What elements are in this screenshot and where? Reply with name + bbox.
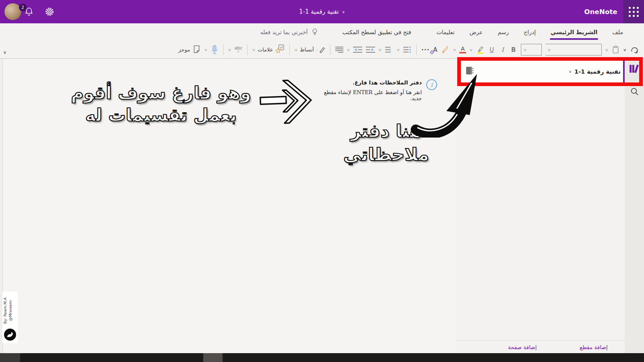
- watermark-byline: By: Reem.M.A: [3, 297, 7, 324]
- spelling-button[interactable]: abc ✓: [234, 46, 242, 53]
- notebook-title-dropdown[interactable]: تقنية رقمية 1-1 ∨: [0, 0, 644, 23]
- chevron-down-icon: ∨: [342, 10, 345, 14]
- tags-button[interactable]: علامات ∨: [252, 44, 285, 55]
- svg-text:A: A: [316, 45, 317, 52]
- hand-drawn-right-arrow: [259, 78, 314, 126]
- font-name-combobox[interactable]: ∨: [545, 44, 602, 56]
- add-section-button[interactable]: إضافة مقطع: [580, 344, 608, 350]
- tags-chevron: ∨: [252, 48, 256, 52]
- paste-icon[interactable]: [611, 45, 620, 54]
- format-painter-icon[interactable]: [441, 45, 450, 54]
- font-color-chevron[interactable]: ∨: [452, 48, 456, 52]
- collapse-ribbon-chevron[interactable]: ∨: [3, 50, 6, 55]
- tab-insert[interactable]: إدراج: [524, 23, 536, 41]
- watermark-handle: @Mrsreem: [8, 300, 12, 321]
- svg-text:3: 3: [389, 51, 391, 53]
- hand-drawn-curved-arrow: [409, 69, 485, 138]
- undo-icon[interactable]: [630, 45, 639, 54]
- styles-a-pen-icon: A: [316, 45, 325, 55]
- author-watermark: By: Reem.M.A @Mrsreem: [2, 292, 18, 343]
- underline-button[interactable]: U: [488, 46, 495, 53]
- bottom-black-bar: [0, 353, 644, 362]
- feed-page-icon: [192, 45, 201, 55]
- toolbar-divider: [247, 44, 248, 55]
- annotation-empty-note: وهو فارغ سوف أقوم بعمل تقسيمات له: [64, 82, 258, 126]
- font-size-combobox[interactable]: ∨: [521, 44, 542, 56]
- tab-draw[interactable]: رسم: [497, 23, 509, 41]
- highlighter-chevron[interactable]: ∨: [469, 48, 473, 52]
- tab-file[interactable]: ملف: [612, 23, 623, 41]
- app-name[interactable]: OneNote: [584, 0, 617, 23]
- open-in-desktop-button[interactable]: فتح في تطبيق لسطح المكتب: [343, 23, 411, 41]
- bottom-bar-segment: [203, 353, 223, 362]
- sidebar-notebook-title: تقنية رقمية 1-1: [574, 68, 621, 75]
- tab-help[interactable]: تعليمات: [436, 23, 454, 41]
- tell-me-button[interactable]: أخبرني بما تريد فعله: [260, 23, 318, 41]
- styles-chevron: ∨: [294, 48, 298, 52]
- styles-button[interactable]: A أنساط ∨: [295, 45, 325, 55]
- notebook-accent-divider: [623, 60, 625, 82]
- search-icon[interactable]: [630, 87, 639, 98]
- numbered-list-icon[interactable]: 123: [385, 46, 393, 53]
- toolbar-divider: [330, 44, 330, 55]
- numbered-list-chevron[interactable]: ∨: [378, 48, 382, 52]
- spelling-chevron[interactable]: ∨: [227, 48, 231, 52]
- tab-home[interactable]: الشريط الرئيسي: [551, 23, 597, 41]
- chevron-down-icon: ∨: [547, 48, 551, 52]
- increase-indent-icon[interactable]: [366, 46, 375, 53]
- bird-logo-icon: [4, 329, 16, 342]
- undo-menu-chevron[interactable]: ∨: [623, 48, 627, 52]
- active-tab-underline: [550, 38, 598, 40]
- add-page-button[interactable]: إضافة صفحة: [508, 344, 537, 350]
- align-text-icon[interactable]: [335, 46, 343, 53]
- italic-button[interactable]: I: [499, 46, 506, 53]
- formatting-toolbar: ∨ ∨ ∨ ∨ B I U ∨ A ∨ A •••: [0, 41, 644, 59]
- bulleted-list-icon[interactable]: [403, 46, 411, 53]
- ribbon-tab-row: ملف الشريط الرئيسي إدراج رسم عرض تعليمات…: [0, 23, 644, 41]
- toolbar-divider: [416, 44, 417, 55]
- font-color-button[interactable]: A: [459, 46, 466, 53]
- toolbar-divider: [289, 44, 290, 55]
- bulleted-list-chevron[interactable]: ∨: [396, 48, 400, 52]
- notebook-title: تقنية رقمية 1-1: [299, 8, 339, 15]
- alignment-chevron[interactable]: ∨: [347, 48, 350, 52]
- bottom-bar-segment-left: [0, 353, 20, 362]
- app-launcher-button[interactable]: [623, 0, 644, 23]
- tag-checkbox-star-icon: [275, 44, 285, 55]
- onenote-window: 2 تقنية رقمية 1-1 ∨ OneNote ملف الشريط ا…: [0, 0, 644, 362]
- font-color-swatch: [459, 52, 466, 53]
- empty-notebook-title: دفتر الملاحظات هذا فارغ.: [318, 79, 422, 86]
- empty-notebook-hint[interactable]: انقر هنا أو اضغط على ENTER لإنشاء مقطع ج…: [318, 89, 422, 101]
- notebooks-list-icon[interactable]: [629, 64, 640, 76]
- decrease-indent-icon[interactable]: [353, 46, 362, 53]
- navigation-rail: [625, 59, 644, 353]
- chevron-down-icon: ∨: [523, 48, 526, 52]
- dictate-mic-icon[interactable]: [211, 45, 218, 55]
- toolbar-divider: [223, 44, 223, 55]
- app-title-bar: 2 تقنية رقمية 1-1 ∨ OneNote: [0, 0, 644, 23]
- tab-view[interactable]: عرض: [469, 23, 483, 41]
- chevron-down-icon: ∨: [569, 70, 572, 74]
- clear-formatting-button[interactable]: A: [433, 46, 437, 53]
- bold-button[interactable]: B: [510, 46, 517, 53]
- dictate-chevron[interactable]: ∨: [204, 48, 208, 52]
- feed-button[interactable]: موجز: [178, 45, 201, 55]
- paste-menu-chevron[interactable]: ∨: [605, 48, 608, 52]
- notebook-header[interactable]: تقنية رقمية 1-1 ∨: [461, 61, 625, 82]
- highlighter-icon[interactable]: [476, 45, 485, 54]
- waffle-icon: [629, 7, 639, 17]
- more-options-button[interactable]: •••: [421, 47, 430, 52]
- lightbulb-icon: [311, 27, 319, 37]
